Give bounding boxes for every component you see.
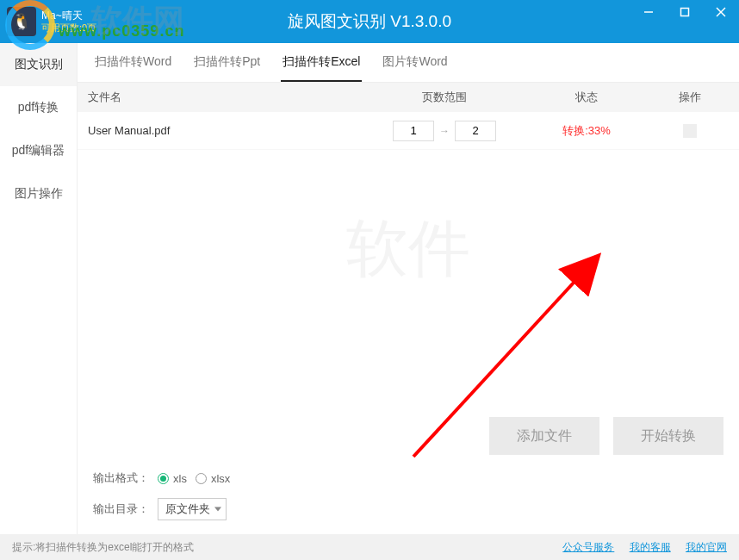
sidebar-item-label: 图片操作 [15,186,63,202]
sidebar-item-label: 图文识别 [15,57,63,72]
col-ops: 操作 [651,90,729,105]
add-file-button[interactable]: 添加文件 [489,417,599,455]
sidebar-item-pdf-editor[interactable]: pdf编辑器 [0,129,77,172]
user-name: Ma~晴天 [41,10,96,22]
cell-page-range: → [367,121,522,141]
user-info: Ma~晴天 可用页数:0页 [41,10,96,32]
link-website[interactable]: 我的官网 [686,541,727,553]
app-title: 旋风图文识别 V1.3.0.0 [288,10,451,33]
col-status: 状态 [522,90,651,105]
tab-scan-to-word[interactable]: 扫描件转Word [93,44,173,82]
file-list: User Manual.pdf → 转换:33% 软件 [78,112,739,417]
footer-links: 公众号服务 我的客服 我的官网 [550,540,727,555]
watermark-large: 软件 [346,208,470,290]
link-wechat[interactable]: 公众号服务 [562,541,614,553]
sidebar-item-image-ops[interactable]: 图片操作 [0,172,77,215]
action-bar: 添加文件 开始转换 [78,417,739,464]
start-convert-button[interactable]: 开始转换 [613,417,723,455]
page-from-input[interactable] [393,121,434,141]
range-arrow-icon: → [439,125,450,137]
minimize-button[interactable] [630,0,667,24]
sidebar-item-label: pdf编辑器 [12,143,65,159]
avatar[interactable]: 🐧 [7,7,36,36]
main-panel: 扫描件转Word 扫描件转Ppt 扫描件转Excel 图片转Word 文件名 页… [78,43,739,534]
radio-dot-icon [158,473,169,484]
tab-scan-to-ppt[interactable]: 扫描件转Ppt [192,44,262,82]
status-bar: 提示:将扫描件转换为excel能打开的格式 公众号服务 我的客服 我的官网 [0,534,739,560]
radio-dot-icon [196,473,207,484]
sidebar-item-label: pdf转换 [18,100,59,115]
output-format-row: 输出格式： xls xlsx [93,470,723,486]
output-dir-row: 输出目录： 原文件夹 [93,498,723,520]
page-to-input[interactable] [455,121,496,141]
close-button[interactable] [703,0,739,24]
status-tip: 提示:将扫描件转换为excel能打开的格式 [12,540,194,555]
output-dir-select[interactable]: 原文件夹 [158,498,227,520]
table-header: 文件名 页数范围 状态 操作 [78,83,739,112]
options: 输出格式： xls xlsx 输出目录： 原文件夹 [78,464,739,534]
window-controls [630,0,739,24]
col-range: 页数范围 [367,90,522,105]
tab-bar: 扫描件转Word 扫描件转Ppt 扫描件转Excel 图片转Word [78,43,739,83]
cell-status: 转换:33% [522,123,651,139]
output-dir-label: 输出目录： [93,501,149,517]
cell-ops [651,124,729,138]
radio-xlsx[interactable]: xlsx [196,472,230,485]
tab-image-to-word[interactable]: 图片转Word [381,44,449,82]
sidebar-item-ocr[interactable]: 图文识别 [0,43,77,86]
user-quota: 可用页数:0页 [41,22,96,33]
sidebar: 图文识别 pdf转换 pdf编辑器 图片操作 [0,43,78,534]
radio-xls[interactable]: xls [158,472,187,485]
sidebar-item-pdf-convert[interactable]: pdf转换 [0,86,77,129]
col-filename: 文件名 [88,90,367,105]
title-bar: 🐧 Ma~晴天 可用页数:0页 旋风图文识别 V1.3.0.0 [0,0,739,43]
table-row[interactable]: User Manual.pdf → 转换:33% [78,112,739,150]
svg-rect-1 [681,9,689,16]
tab-scan-to-excel[interactable]: 扫描件转Excel [281,44,362,82]
cell-filename: User Manual.pdf [88,124,367,137]
maximize-button[interactable] [667,0,703,24]
title-bar-left: 🐧 Ma~晴天 可用页数:0页 [0,7,96,36]
row-checkbox[interactable] [683,124,697,138]
output-format-label: 输出格式： [93,470,149,486]
link-support[interactable]: 我的客服 [630,541,671,553]
